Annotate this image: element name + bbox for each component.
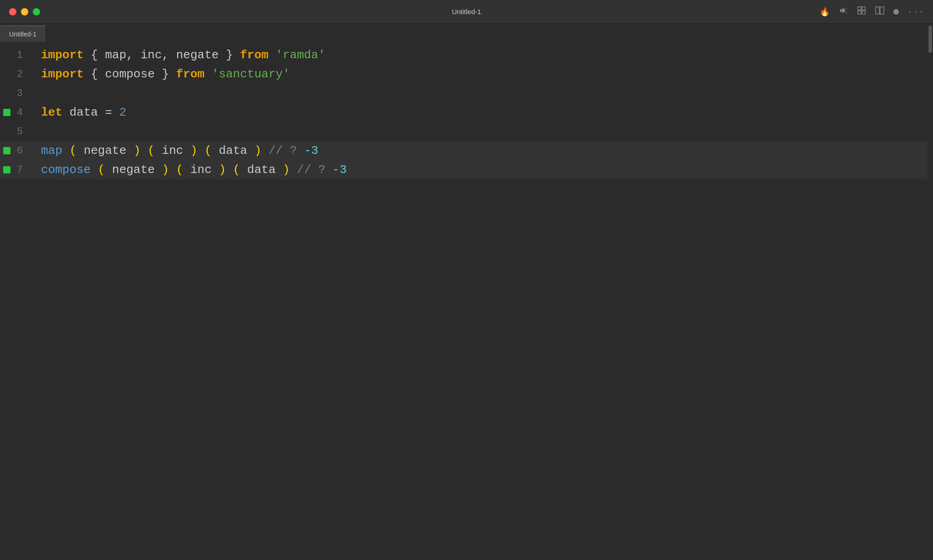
line-number-7: 7: [14, 164, 36, 176]
gutter-6: [0, 147, 14, 154]
grid-icon[interactable]: [857, 6, 866, 17]
toolbar-actions: 🔥 ···: [820, 6, 924, 17]
svg-rect-0: [840, 9, 842, 12]
svg-rect-5: [862, 7, 865, 10]
svg-rect-7: [862, 11, 865, 14]
window-title: Untitled-1: [452, 8, 481, 15]
maximize-button[interactable]: [33, 8, 40, 15]
line-content-4: let data = 2: [36, 106, 928, 119]
svg-line-3: [846, 12, 847, 13]
line-number-1: 1: [14, 50, 36, 61]
svg-rect-6: [858, 11, 861, 14]
line-number-3: 3: [14, 88, 36, 99]
code-line-7: 7 compose ( negate ) ( inc ) ( data ) //…: [0, 160, 928, 179]
svg-rect-4: [858, 7, 861, 10]
svg-line-2: [846, 8, 847, 9]
gutter-7: [0, 166, 14, 173]
green-indicator-6: [3, 147, 10, 154]
split-icon[interactable]: [875, 6, 884, 17]
line-number-2: 2: [14, 69, 36, 80]
minimize-button[interactable]: [21, 8, 28, 15]
code-editor[interactable]: 1 import { map, inc, negate } from 'ramd…: [0, 42, 928, 560]
code-line-5: 5: [0, 122, 928, 141]
more-icon[interactable]: ···: [908, 7, 924, 16]
code-line-1: 1 import { map, inc, negate } from 'ramd…: [0, 46, 928, 65]
code-line-2: 2 import { compose } from 'sanctuary': [0, 65, 928, 84]
editor-container: Untitled-1 1 import { map, inc, negate }…: [0, 24, 928, 560]
green-indicator-4: [3, 109, 10, 116]
close-button[interactable]: [9, 8, 16, 15]
line-content-1: import { map, inc, negate } from 'ramda': [36, 48, 928, 62]
broadcast-icon[interactable]: [839, 6, 848, 17]
svg-rect-8: [876, 7, 879, 14]
svg-marker-1: [842, 8, 845, 13]
line-number-4: 4: [14, 107, 36, 118]
line-content-2: import { compose } from 'sanctuary': [36, 67, 928, 81]
token-import-1: import: [41, 48, 84, 62]
editor-layout: Untitled-1 1 import { map, inc, negate }…: [0, 24, 933, 560]
code-line-6: 6 map ( negate ) ( inc ) ( data ) // ? -…: [0, 141, 928, 160]
line-content-7: compose ( negate ) ( inc ) ( data ) // ?…: [36, 163, 928, 177]
scrollbar-thumb[interactable]: [928, 25, 932, 53]
svg-rect-9: [880, 7, 884, 14]
code-line-3: 3: [0, 84, 928, 103]
gutter-4: [0, 109, 14, 116]
file-tab[interactable]: Untitled-1: [0, 25, 46, 42]
tab-label: Untitled-1: [9, 31, 36, 38]
line-content-6: map ( negate ) ( inc ) ( data ) // ? -3: [36, 144, 928, 158]
title-bar: Untitled-1 🔥 ···: [0, 0, 933, 24]
line-number-6: 6: [14, 145, 36, 157]
traffic-lights: [9, 8, 40, 15]
tab-bar: Untitled-1: [0, 24, 928, 42]
flame-icon[interactable]: 🔥: [820, 7, 830, 17]
line-number-5: 5: [14, 126, 36, 137]
status-circle: [893, 9, 899, 15]
green-indicator-7: [3, 166, 10, 173]
code-line-4: 4 let data = 2: [0, 103, 928, 122]
vertical-scrollbar[interactable]: [928, 24, 933, 560]
